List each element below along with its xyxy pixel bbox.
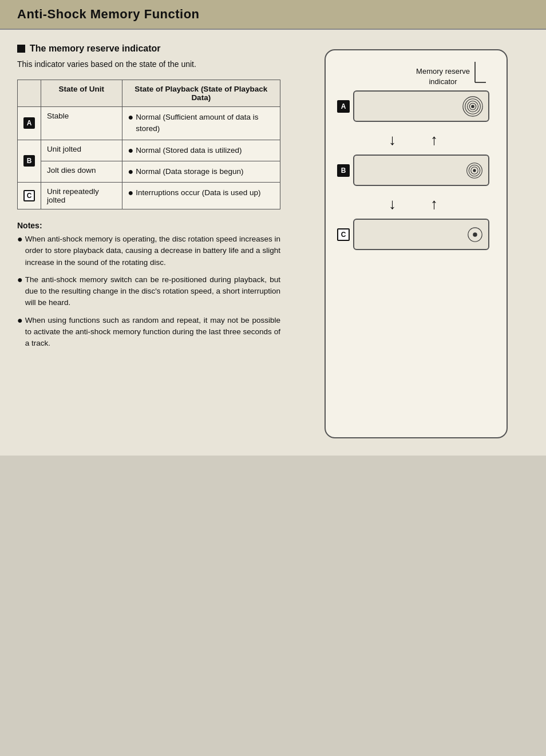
bullet-icon-2: ●	[17, 274, 23, 309]
info-table: State of Unit State of Playback (State o…	[17, 80, 280, 209]
note-text-1: When anti-shock memory is operating, the…	[25, 233, 280, 268]
row-b1-state-unit: Unit jolted	[41, 140, 122, 161]
notes-list: ● When anti-shock memory is operating, t…	[17, 233, 280, 349]
row-a-state-unit: Stable	[41, 107, 122, 140]
list-item: ● The anti-shock memory switch can be re…	[17, 274, 280, 309]
table-header-empty	[18, 80, 41, 107]
section-heading: The memory reserve indicator	[17, 43, 280, 54]
diagram-badge-b: B	[337, 164, 350, 177]
diagram-row-c: C	[337, 219, 489, 250]
row-b2-state-unit: Jolt dies down	[41, 161, 122, 182]
bullet-icon-1: ●	[17, 233, 23, 268]
notes-title: Notes:	[17, 221, 280, 230]
row-c-state-unit: Unit repeatedly jolted	[41, 183, 122, 209]
row-label-c: C	[18, 183, 41, 209]
device-screen-a	[353, 90, 489, 122]
note-text-3: When using functions such as random and …	[25, 315, 280, 350]
device-screen-c	[353, 219, 489, 250]
row-label-b: B	[18, 140, 41, 183]
arrow-up-1: ↑	[430, 131, 438, 149]
arrow-down-2: ↓	[389, 195, 396, 213]
table-header-state-unit: State of Unit	[41, 80, 122, 107]
diagram-row-b: B	[337, 155, 489, 186]
list-item: ● When anti-shock memory is operating, t…	[17, 233, 280, 268]
right-column: Memory reserveindicator A	[298, 43, 535, 438]
indicator-empty-icon	[466, 226, 484, 243]
arrow-down-1: ↓	[389, 131, 396, 149]
table-header-state-playback: State of Playback (State of Playback Dat…	[122, 80, 280, 107]
row-b2-playback: ● Normal (Data storage is begun)	[122, 161, 280, 182]
svg-point-6	[471, 105, 474, 108]
row-label-a: A	[18, 107, 41, 140]
diagram-row-a: A	[337, 90, 489, 122]
header-bar: Anti-Shock Memory Function	[0, 0, 546, 30]
content-area: The memory reserve indicator This indica…	[0, 30, 546, 456]
notes-section: Notes: ● When anti-shock memory is opera…	[17, 221, 280, 349]
bullet-icon-3: ●	[17, 315, 23, 350]
note-text-2: The anti-shock memory switch can be re-p…	[25, 274, 280, 309]
indicator-half-icon	[465, 161, 484, 180]
diagram-badge-a: A	[337, 100, 350, 113]
arrow-up-2: ↑	[430, 195, 438, 213]
page-wrapper: Anti-Shock Memory Function The memory re…	[0, 0, 546, 456]
badge-c: C	[23, 190, 35, 201]
table-row: Jolt dies down ● Normal (Data storage is…	[18, 161, 280, 182]
badge-a: A	[23, 117, 35, 129]
device-screen-b	[353, 155, 489, 186]
section-title: The memory reserve indicator	[30, 43, 161, 54]
intro-text: This indicator varies based on the state…	[17, 58, 280, 70]
left-column: The memory reserve indicator This indica…	[17, 43, 280, 438]
diagram-container: Memory reserveindicator A	[325, 49, 508, 438]
list-item: ● When using functions such as random an…	[17, 315, 280, 350]
page-title: Anti-Shock Memory Function	[17, 7, 535, 22]
table-row: B Unit jolted ● Normal (Stored data is u…	[18, 140, 280, 161]
svg-point-12	[473, 232, 477, 237]
diagram-badge-c: C	[337, 228, 350, 241]
indicator-full-icon	[462, 96, 484, 117]
indicator-label: Memory reserveindicator	[416, 66, 470, 87]
badge-b: B	[23, 155, 35, 167]
section-icon	[17, 45, 25, 53]
svg-point-10	[473, 169, 476, 172]
row-a-playback: ● Normal (Sufficient amount of data is s…	[122, 107, 280, 140]
row-b1-playback: ● Normal (Stored data is utilized)	[122, 140, 280, 161]
table-row: C Unit repeatedly jolted ● Interruptions…	[18, 183, 280, 209]
indicator-arrow-svg	[472, 62, 489, 85]
row-c-playback: ● Interruptions occur (Data is used up)	[122, 183, 280, 209]
arrows-ab: ↓ ↑	[337, 131, 489, 149]
arrows-bc: ↓ ↑	[337, 195, 489, 213]
table-row: A Stable ● Normal (Sufficient amount of …	[18, 107, 280, 140]
